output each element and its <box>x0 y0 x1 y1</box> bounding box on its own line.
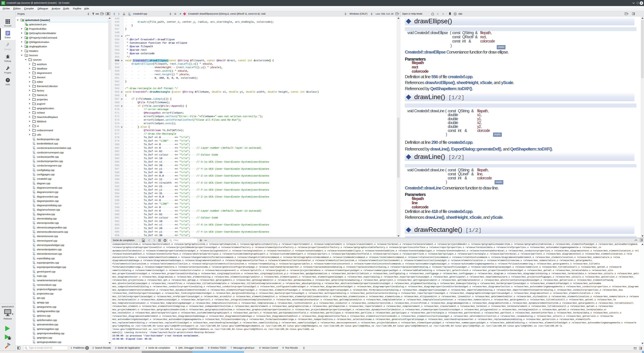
svg-text:C: C <box>33 214 34 216</box>
svg-text:C: C <box>33 307 34 308</box>
svg-text:C: C <box>33 201 34 202</box>
svg-text:C: C <box>33 315 34 317</box>
svg-text:C: C <box>33 174 34 176</box>
svg-text:C: C <box>33 293 34 295</box>
svg-text:C: C <box>33 188 34 189</box>
svg-text:C: C <box>33 342 34 343</box>
svg-text:C: C <box>33 183 34 185</box>
svg-text:C: C <box>33 320 34 322</box>
svg-text:C: C <box>33 165 34 167</box>
svg-text:C: C <box>129 14 130 16</box>
svg-text:C: C <box>33 152 34 154</box>
svg-text:Qt: Qt <box>26 33 28 35</box>
svg-text:C: C <box>33 258 34 260</box>
svg-text:Qt: Qt <box>26 29 28 30</box>
svg-text:C: C <box>33 241 34 242</box>
svg-text:h: h <box>26 51 28 53</box>
svg-text:Qt: Qt <box>26 42 28 44</box>
svg-text:C: C <box>33 311 34 313</box>
svg-text:C: C <box>33 271 34 273</box>
svg-text:C: C <box>33 267 34 269</box>
svg-text:C: C <box>33 280 34 282</box>
svg-text:C: C <box>33 232 34 233</box>
svg-text:C: C <box>33 302 34 304</box>
svg-text:C: C <box>33 276 34 277</box>
svg-text:C: C <box>33 227 34 229</box>
svg-text:C: C <box>33 285 34 286</box>
svg-text:Qt: Qt <box>26 38 28 39</box>
svg-text:C: C <box>33 263 34 264</box>
svg-text:C: C <box>33 254 34 255</box>
svg-text:C: C <box>33 333 34 335</box>
svg-text:C: C <box>33 196 34 198</box>
svg-text:C: C <box>33 148 34 150</box>
svg-text:Qt: Qt <box>26 24 28 26</box>
svg-text:C: C <box>33 210 34 211</box>
svg-text:C: C <box>33 289 34 291</box>
svg-text:C: C <box>33 337 34 339</box>
svg-text:?: ? <box>7 79 8 82</box>
svg-text:C: C <box>33 236 34 238</box>
svg-text:C: C <box>33 170 34 172</box>
svg-text:C: C <box>33 245 34 247</box>
svg-text:C: C <box>33 139 34 141</box>
svg-text:C: C <box>33 298 34 299</box>
svg-text:C: C <box>33 157 34 158</box>
svg-text:C: C <box>33 249 34 251</box>
svg-text:C: C <box>33 218 34 220</box>
svg-text:C: C <box>33 161 34 163</box>
svg-text:C: C <box>33 324 34 326</box>
svg-text:C: C <box>33 179 34 180</box>
svg-text:C: C <box>33 223 34 224</box>
svg-text:C: C <box>33 205 34 207</box>
svg-text:C: C <box>33 329 34 330</box>
svg-text:Qt: Qt <box>26 46 28 48</box>
svg-text:C: C <box>33 192 34 194</box>
svg-text:Qt: Qt <box>22 20 24 22</box>
svg-text:C: C <box>33 143 34 145</box>
